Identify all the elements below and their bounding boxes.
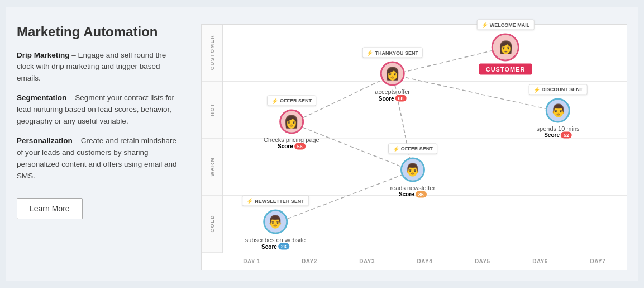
avatar-subscribes: 👨	[263, 210, 288, 234]
x-day-2: DAY2	[280, 253, 338, 270]
left-panel: Marketing Automation Drip Marketing – En…	[17, 24, 184, 270]
score-text-3: Score	[278, 143, 293, 149]
node-checks: ⚡ OFFER SENT 👩 Checks pricing page Score…	[264, 95, 319, 149]
bolt-icon: ⚡	[246, 198, 253, 204]
personalization-term: Personalization	[17, 136, 73, 145]
score-text-4: Score	[379, 95, 394, 101]
tag-label-5: DISCOUNT SENT	[542, 87, 583, 92]
x-day-5: DAY5	[454, 253, 511, 270]
score-checks: Score 56	[278, 143, 306, 149]
score-accepts: Score 68	[379, 95, 407, 102]
label-subscribes: subscribes on website	[245, 237, 306, 243]
tag-offer-sent-warm: ⚡ OFFER SENT	[388, 143, 437, 154]
bolt-icon-3: ⚡	[271, 97, 278, 103]
avatar-reads: 👨	[400, 157, 425, 182]
face-spends: 👨	[547, 100, 569, 121]
x-day-3: DAY3	[338, 253, 396, 270]
y-label-warm: WARM	[209, 157, 215, 177]
avatar-customer: 👩	[492, 34, 519, 62]
avatar-checks: 👩	[279, 109, 304, 134]
tag-label-2: OFFER SENT	[401, 146, 433, 152]
face-subscribes: 👨	[265, 211, 286, 233]
score-value-reads: 36	[416, 191, 427, 197]
node-subscribes: ⚡ NEWSLETTER SENT 👨 subscribes on websit…	[242, 196, 309, 250]
score-value-subscribes: 23	[278, 243, 289, 250]
score-subscribes: Score 23	[261, 243, 289, 250]
y-axis: CUSTOMER HOT WARM COLD	[202, 25, 223, 253]
label-checks: Checks pricing page	[264, 136, 319, 143]
drip-marketing-para: Drip Marketing – Engage and sell round t…	[17, 50, 179, 85]
personalization-para: Personalization – Create and retain mind…	[17, 135, 179, 182]
chart-panel: CUSTOMER HOT WARM COLD	[201, 24, 627, 270]
bolt-icon-4: ⚡	[366, 50, 373, 56]
y-label-hot: HOT	[209, 103, 215, 116]
x-day-7: DAY7	[569, 253, 627, 270]
node-accepts: ⚡ THANKYOU SENT 👩 accepts offer Score 68	[362, 48, 423, 102]
bolt-icon-6: ⚡	[481, 22, 488, 28]
segmentation-term: Segmentation	[17, 93, 66, 102]
y-band-warm: WARM	[202, 139, 222, 196]
score-text-2: Score	[399, 191, 414, 197]
score-text-5: Score	[544, 132, 560, 138]
face-accepts: 👩	[382, 63, 403, 84]
face-reads: 👨	[402, 159, 423, 180]
learn-more-button[interactable]: Learn More	[17, 198, 83, 219]
face-checks: 👩	[281, 111, 302, 132]
tag-offer-sent-hot: ⚡ OFFER SENT	[267, 95, 316, 106]
tag-label: NEWSLETTER SENT	[255, 198, 304, 204]
y-band-cold: COLD	[202, 196, 222, 253]
tag-thankyou-sent: ⚡ THANKYOU SENT	[362, 48, 423, 58]
score-text: Score	[261, 243, 277, 249]
customer-badge: CUSTOMER	[479, 64, 532, 75]
score-spends: Score 52	[544, 131, 572, 138]
x-day-1: DAY 1	[223, 253, 280, 270]
label-reads: reads newsletter	[390, 184, 435, 191]
node-spends: ⚡ DISCOUNT SENT 👨 spends 10 mins Score 5…	[529, 84, 588, 138]
x-day-6: DAY6	[511, 253, 569, 270]
avatar-accepts: 👩	[380, 62, 405, 86]
tag-welcome-mail: ⚡ WELCOME MAIL	[477, 20, 535, 30]
bolt-icon-5: ⚡	[533, 86, 540, 92]
tag-label-4: THANKYOU SENT	[375, 50, 418, 55]
score-value-accepts: 68	[395, 95, 407, 102]
main-container: Marketing Automation Drip Marketing – En…	[6, 7, 638, 281]
tag-discount-sent: ⚡ DISCOUNT SENT	[529, 84, 588, 95]
node-reads: ⚡ OFFER SENT 👨 reads newsletter Score 36	[388, 143, 437, 197]
x-day-4: DAY4	[396, 253, 454, 270]
chart-area: ⚡ NEWSLETTER SENT 👨 subscribes on websit…	[223, 25, 627, 253]
page-title: Marketing Automation	[17, 24, 179, 40]
tag-newsletter-sent: ⚡ NEWSLETTER SENT	[242, 196, 309, 206]
drip-marketing-term: Drip Marketing	[17, 51, 70, 59]
avatar-spends: 👨	[546, 98, 570, 122]
score-value-checks: 56	[294, 143, 306, 149]
segmentation-para: Segmentation – Segment your contact list…	[17, 92, 179, 128]
tag-label-6: WELCOME MAIL	[490, 22, 530, 27]
score-reads: Score 36	[399, 191, 427, 197]
y-band-customer: CUSTOMER	[202, 25, 222, 82]
y-label-cold: COLD	[209, 215, 215, 233]
face-customer: 👩	[493, 35, 518, 60]
node-customer: ⚡ WELCOME MAIL 👩 CUSTOMER	[477, 20, 535, 75]
score-value-spends: 52	[561, 131, 572, 138]
bolt-icon-2: ⚡	[393, 145, 399, 152]
y-label-customer: CUSTOMER	[209, 35, 215, 70]
x-axis: DAY 1 DAY2 DAY3 DAY4 DAY5 DAY6 DAY7	[223, 253, 627, 270]
y-band-hot: HOT	[202, 82, 222, 139]
label-accepts: accepts offer	[375, 88, 410, 95]
tag-label-3: OFFER SENT	[280, 98, 312, 103]
label-spends: spends 10 mins	[537, 125, 580, 131]
